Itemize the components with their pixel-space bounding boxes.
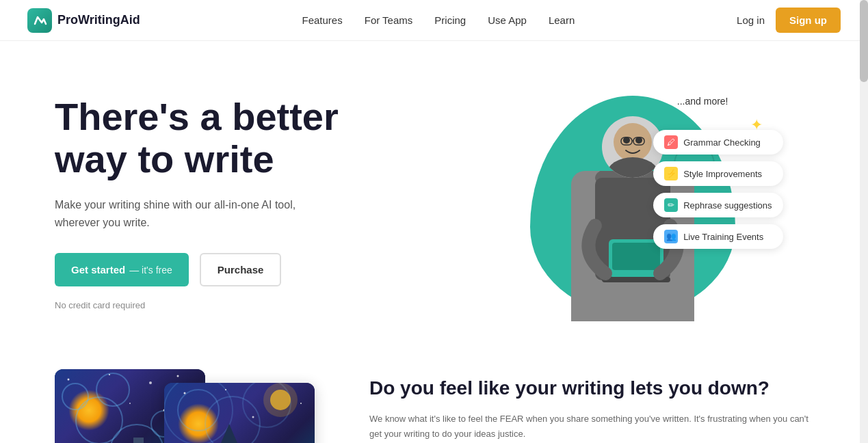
svg-rect-20 [133,438,144,443]
rephrase-icon: ✏ [664,198,678,212]
svg-rect-10 [612,243,660,270]
nav-link-pricing[interactable]: Pricing [434,14,466,26]
hero-illustration: ...and more! ✦ 🖊 Grammar Checking ⚡ Styl… [510,89,770,335]
scrollbar-thumb[interactable] [860,0,868,82]
nav-link-learn[interactable]: Learn [549,14,575,26]
svg-point-12 [68,379,70,381]
svg-point-14 [149,381,152,384]
pill-style: ⚡ Style Improvements [653,161,782,186]
grammar-icon: 🖊 [664,135,678,149]
signup-button[interactable]: Sign up [776,8,841,33]
pill-rephrase: ✏ Rephrase suggestions [653,193,782,217]
svg-point-18 [129,403,131,404]
bottom-images: My idea in my head [55,369,315,443]
nav-actions: Log in Sign up [737,8,841,33]
feature-pills: 🖊 Grammar Checking ⚡ Style Improvements … [653,130,782,249]
svg-point-28 [263,383,298,417]
svg-point-0 [614,123,652,161]
svg-marker-39 [219,424,239,443]
nav-links: Features For Teams Pricing Use App Learn [302,14,575,26]
pill-grammar: 🖊 Grammar Checking [653,130,782,155]
purchase-button[interactable]: Purchase [200,253,282,286]
brand-logo[interactable]: ProWritingAid [27,8,140,33]
nav-link-for-teams[interactable]: For Teams [365,14,413,26]
svg-point-24 [164,383,233,443]
training-icon: 👥 [664,230,678,243]
hero-section: There's a better way to write Make your … [0,41,868,369]
hero-buttons: Get started — it's free Purchase [55,253,410,286]
get-started-button[interactable]: Get started — it's free [55,253,189,286]
login-button[interactable]: Log in [737,14,765,26]
svg-point-13 [109,374,110,375]
logo-icon [27,8,52,33]
svg-point-31 [252,416,254,418]
bottom-section-description: We know what it's like to feel the FEAR … [369,412,813,442]
nav-link-features[interactable]: Features [302,14,343,26]
scrollbar-track[interactable] [860,0,868,443]
starry-night-front [164,383,315,443]
bottom-section-title: Do you feel like your writing lets you d… [369,376,813,401]
hero-visual: ...and more! ✦ 🖊 Grammar Checking ⚡ Styl… [438,82,841,342]
hero-subtitle: Make your writing shine with our all-in-… [55,196,328,231]
hero-content: There's a better way to write Make your … [55,82,410,310]
svg-point-23 [178,390,219,431]
no-credit-text: No credit card required [55,300,410,310]
pill-training: 👥 Live Training Events [653,224,782,249]
svg-point-15 [177,375,179,377]
svg-point-32 [300,403,302,404]
svg-point-30 [225,389,226,390]
navbar: ProWritingAid Features For Teams Pricing… [0,0,868,41]
nav-link-use-app[interactable]: Use App [488,14,527,26]
bottom-text: Do you feel like your writing lets you d… [369,369,813,442]
svg-point-29 [184,392,186,394]
style-icon: ⚡ [664,167,678,180]
bottom-section: My idea in my head Do you feel like your… [0,369,868,443]
star-decoration: ✦ [750,116,763,134]
image-card-front [164,383,315,443]
brand-name: ProWritingAid [57,13,140,27]
hero-title: There's a better way to write [55,96,410,180]
